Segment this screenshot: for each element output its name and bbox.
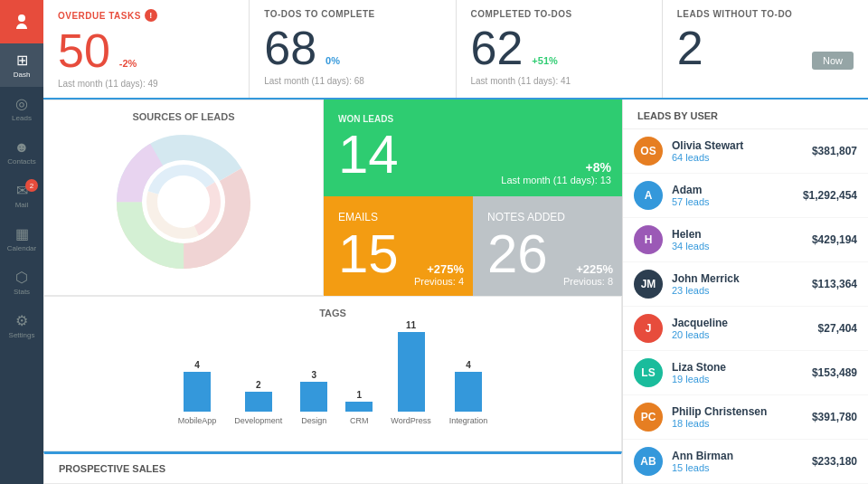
notes-label: NOTES ADDED bbox=[487, 211, 608, 223]
overdue-card: OVERDUE TASKS ! 50 -2% Last month (11 da… bbox=[43, 0, 250, 98]
lead-info: Adam 57 leads bbox=[672, 184, 794, 207]
main-content: OVERDUE TASKS ! 50 -2% Last month (11 da… bbox=[43, 0, 868, 484]
stats-row: OVERDUE TASKS ! 50 -2% Last month (11 da… bbox=[43, 0, 868, 100]
sidebar-item-contacts[interactable]: ☻ Contacts bbox=[0, 130, 43, 174]
avatar: LS bbox=[634, 358, 663, 387]
lead-count: 57 leads bbox=[672, 196, 794, 207]
donut-chart bbox=[102, 129, 265, 274]
leads-notodo-number: 2 bbox=[677, 23, 703, 74]
todos-number: 68 bbox=[264, 23, 316, 74]
now-button[interactable]: Now bbox=[812, 52, 854, 70]
bar-item: 3 Design bbox=[300, 370, 327, 425]
bar-label: CRM bbox=[350, 416, 369, 425]
overdue-change: -2% bbox=[119, 58, 137, 69]
todos-card: TO-DOS TO COMPLETE 68 0% Last month (11 … bbox=[250, 0, 456, 98]
sidebar-item-calendar[interactable]: ▦ Calendar bbox=[0, 217, 43, 261]
lead-name: Adam bbox=[672, 184, 794, 196]
avatar: AB bbox=[634, 447, 663, 476]
lead-name: Olivia Stewart bbox=[672, 139, 803, 152]
leads-by-user-header: LEADS BY USER bbox=[623, 100, 868, 129]
bar-label: WordPress bbox=[391, 416, 430, 425]
lead-value: $233,180 bbox=[812, 455, 857, 468]
sidebar-item-dash[interactable]: ⊞ Dash bbox=[0, 43, 43, 87]
lead-name: Helen bbox=[672, 228, 803, 241]
leads-notodo-label: LEADS WITHOUT TO-DO bbox=[677, 9, 854, 19]
sidebar-item-settings[interactable]: ⚙ Settings bbox=[0, 304, 43, 347]
svg-point-0 bbox=[18, 14, 25, 22]
lead-count: 18 leads bbox=[672, 418, 803, 429]
notes-card: NOTES ADDED 26 +225% Previous: 8 bbox=[473, 196, 622, 296]
bar-item: 4 MobileApp bbox=[178, 360, 217, 425]
completed-change: +51% bbox=[532, 55, 557, 66]
notes-sublabel: Previous: 8 bbox=[563, 276, 613, 287]
sidebar-item-leads[interactable]: ◎ Leads bbox=[0, 87, 43, 130]
lead-value: $429,194 bbox=[812, 233, 857, 246]
sidebar-item-mail[interactable]: ✉ Mail 2 bbox=[0, 174, 43, 217]
completed-label: COMPLETED TO-DOS bbox=[471, 9, 647, 19]
bar-item: 1 CRM bbox=[345, 390, 373, 425]
lead-info: Jacqueline 20 leads bbox=[672, 317, 809, 340]
lead-value: $27,404 bbox=[818, 322, 857, 335]
sidebar-item-stats[interactable]: ⬡ Stats bbox=[0, 261, 43, 304]
settings-icon: ⚙ bbox=[15, 312, 28, 329]
lead-row: OS Olivia Stewart 64 leads $381,807 bbox=[623, 129, 868, 174]
lead-row: JM John Merrick 23 leads $113,364 bbox=[623, 262, 868, 307]
won-leads-change: +8% Last month (11 days): 13 bbox=[501, 160, 611, 185]
sidebar: ⊞ Dash ◎ Leads ☻ Contacts ✉ Mail 2 ▦ Cal… bbox=[0, 0, 43, 484]
won-leads-sublabel: Last month (11 days): 13 bbox=[501, 175, 611, 185]
lead-row: AB Ann Birman 15 leads $233,180 bbox=[623, 440, 868, 484]
overdue-label: OVERDUE TASKS ! bbox=[58, 9, 234, 22]
mid-row: SOURCES OF LEADS bbox=[43, 100, 622, 296]
sidebar-label-stats: Stats bbox=[14, 288, 30, 296]
avatar: JM bbox=[634, 270, 663, 299]
emails-pct: +275% bbox=[414, 262, 464, 276]
notes-change: +225% Previous: 8 bbox=[563, 262, 613, 287]
bar-item: 4 Integration bbox=[449, 360, 488, 425]
bar-count: 11 bbox=[406, 320, 416, 330]
stats-icon: ⬡ bbox=[15, 269, 28, 286]
bar bbox=[245, 392, 272, 412]
sidebar-label-mail: Mail bbox=[15, 201, 29, 209]
emails-change: +275% Previous: 4 bbox=[414, 262, 464, 287]
sidebar-label-contacts: Contacts bbox=[7, 157, 36, 166]
overdue-sublabel: Last month (11 days): 49 bbox=[58, 79, 234, 89]
leads-panel: LEADS BY USER OS Olivia Stewart 64 leads… bbox=[622, 100, 868, 484]
contacts-icon: ☻ bbox=[14, 139, 30, 156]
calendar-icon: ▦ bbox=[15, 225, 29, 242]
overdue-number: 50 bbox=[58, 25, 110, 77]
lead-value: $153,489 bbox=[812, 366, 857, 379]
bar bbox=[455, 372, 482, 412]
todos-label: TO-DOS TO COMPLETE bbox=[264, 9, 440, 19]
lead-name: Liza Stone bbox=[672, 361, 803, 374]
donut-container bbox=[55, 129, 312, 274]
right-cards: WON LEADS 14 +8% Last month (11 days): 1… bbox=[324, 100, 622, 296]
sidebar-label-dash: Dash bbox=[14, 71, 31, 79]
lead-info: Ann Birman 15 leads bbox=[672, 450, 803, 473]
lead-count: 19 leads bbox=[672, 374, 803, 384]
bar bbox=[184, 372, 211, 412]
bar-label: Development bbox=[234, 416, 282, 425]
avatar: J bbox=[634, 314, 663, 343]
left-panel: SOURCES OF LEADS bbox=[43, 100, 622, 484]
tags-section: TAGS 4 MobileApp 2 Development 3 Design … bbox=[43, 296, 622, 451]
emails-sublabel: Previous: 4 bbox=[414, 276, 464, 287]
lead-name: Ann Birman bbox=[672, 450, 803, 462]
emails-label: EMAILS bbox=[338, 211, 458, 223]
lead-count: 34 leads bbox=[672, 241, 803, 251]
lead-value: $381,807 bbox=[812, 145, 857, 157]
lead-info: Liza Stone 19 leads bbox=[672, 361, 803, 384]
bar bbox=[398, 332, 425, 412]
sources-title: SOURCES OF LEADS bbox=[55, 111, 312, 122]
bar-count: 3 bbox=[312, 370, 317, 380]
sidebar-label-settings: Settings bbox=[9, 331, 35, 339]
leads-list: OS Olivia Stewart 64 leads $381,807 A Ad… bbox=[623, 129, 868, 484]
lead-count: 20 leads bbox=[672, 329, 809, 340]
sidebar-logo bbox=[0, 0, 43, 43]
lead-name: Jacqueline bbox=[672, 317, 809, 329]
tags-chart: 4 MobileApp 2 Development 3 Design 1 CRM… bbox=[59, 326, 607, 425]
todos-change: 0% bbox=[326, 55, 340, 66]
won-leads-label: WON LEADS bbox=[338, 114, 608, 124]
lead-value: $113,364 bbox=[812, 278, 857, 290]
content-area: SOURCES OF LEADS bbox=[43, 100, 868, 484]
lead-count: 23 leads bbox=[672, 285, 803, 296]
